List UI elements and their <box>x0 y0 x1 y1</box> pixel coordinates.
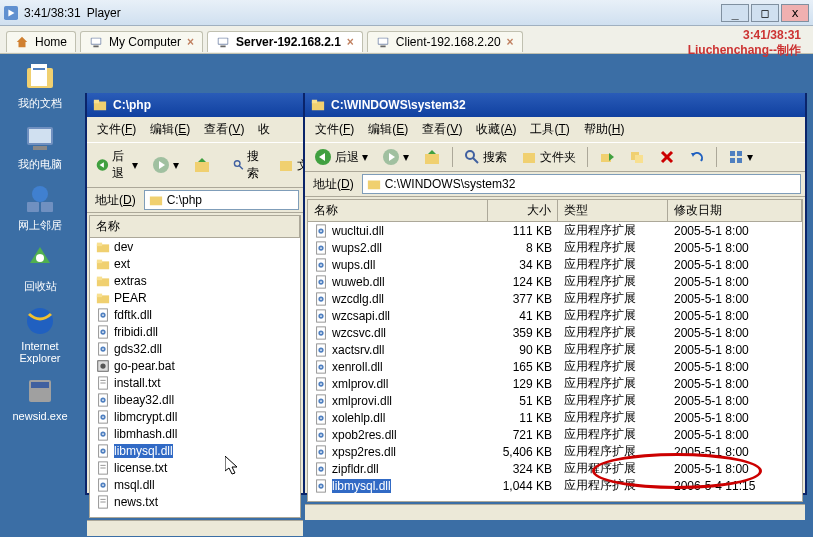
file-row[interactable]: extras <box>90 272 300 289</box>
ie-icon <box>23 304 57 338</box>
menu-file[interactable]: 文件(F) <box>91 119 142 140</box>
move-to-button[interactable] <box>594 146 620 168</box>
file-type: 应用程序扩展 <box>558 239 668 256</box>
back-button[interactable]: 后退 ▾ <box>91 145 143 185</box>
svg-rect-94 <box>635 155 643 163</box>
menu-fav[interactable]: 收藏(A) <box>470 119 522 140</box>
explorer-titlebar[interactable]: C:\WINDOWS\system32 <box>305 93 805 117</box>
file-row[interactable]: libmcrypt.dll <box>90 408 300 425</box>
column-size[interactable]: 大小 <box>488 200 558 222</box>
menu-view[interactable]: 查看(V) <box>416 119 468 140</box>
explorer-titlebar[interactable]: C:\php <box>87 93 303 117</box>
file-row[interactable]: wzcsvc.dll359 KB应用程序扩展2005-5-1 8:00 <box>308 324 802 341</box>
forward-button[interactable]: ▾ <box>377 145 414 169</box>
file-row[interactable]: xactsrv.dll90 KB应用程序扩展2005-5-1 8:00 <box>308 341 802 358</box>
file-row[interactable]: libmhash.dll <box>90 425 300 442</box>
tab-close-icon[interactable]: × <box>507 35 514 49</box>
tab-client[interactable]: Client-192.168.2.20 × <box>367 31 523 52</box>
scrollbar-horizontal[interactable] <box>87 520 303 536</box>
file-row[interactable]: libmysql.dll1,044 KB应用程序扩展2006-5-4 11:15 <box>308 477 802 494</box>
file-row[interactable]: xolehlp.dll11 KB应用程序扩展2005-5-1 8:00 <box>308 409 802 426</box>
menu-view[interactable]: 查看(V) <box>198 119 250 140</box>
file-row[interactable]: xmlprovi.dll51 KB应用程序扩展2005-5-1 8:00 <box>308 392 802 409</box>
menu-help[interactable]: 帮助(H) <box>578 119 631 140</box>
home-icon <box>15 35 29 49</box>
file-row[interactable]: xenroll.dll165 KB应用程序扩展2005-5-1 8:00 <box>308 358 802 375</box>
tab-home[interactable]: Home <box>6 31 76 52</box>
tab-server-label: Server-192.168.2.1 <box>236 35 341 49</box>
file-row[interactable]: news.txt <box>90 493 300 510</box>
desktop-newsid[interactable]: newsid.exe <box>0 374 80 422</box>
file-row[interactable]: libeay32.dll <box>90 391 300 408</box>
icon-label: Internet Explorer <box>0 340 80 364</box>
search-button[interactable]: 搜索 <box>459 146 512 169</box>
tab-close-icon[interactable]: × <box>187 35 194 49</box>
file-row[interactable]: wucltui.dll111 KB应用程序扩展2005-5-1 8:00 <box>308 222 802 239</box>
menu-edit[interactable]: 编辑(E) <box>144 119 196 140</box>
file-row[interactable]: libmysql.dll <box>90 442 300 459</box>
file-row[interactable]: wups2.dll8 KB应用程序扩展2005-5-1 8:00 <box>308 239 802 256</box>
file-row[interactable]: dev <box>90 238 300 255</box>
desktop-mycomputer[interactable]: 我的电脑 <box>0 121 80 172</box>
file-row[interactable]: msql.dll <box>90 476 300 493</box>
file-row[interactable]: install.txt <box>90 374 300 391</box>
desktop-mydocs[interactable]: 我的文档 <box>0 60 80 111</box>
column-name[interactable]: 名称 <box>90 216 300 238</box>
folders-button[interactable]: 文件夹 <box>516 146 581 169</box>
minimize-button[interactable]: _ <box>721 4 749 22</box>
back-button[interactable]: 后退 ▾ <box>309 145 373 169</box>
search-button[interactable]: 搜索 <box>228 145 269 185</box>
tab-close-icon[interactable]: × <box>347 35 354 49</box>
desktop-recycle[interactable]: 回收站 <box>0 243 80 294</box>
file-row[interactable]: wups.dll34 KB应用程序扩展2005-5-1 8:00 <box>308 256 802 273</box>
file-row[interactable]: wzcsapi.dll41 KB应用程序扩展2005-5-1 8:00 <box>308 307 802 324</box>
tab-server[interactable]: Server-192.168.2.1 × <box>207 31 363 52</box>
file-row[interactable]: fribidi.dll <box>90 323 300 340</box>
forward-button[interactable]: ▾ <box>147 153 184 177</box>
file-row[interactable]: ext <box>90 255 300 272</box>
watermark-time: 3:41/38:31 <box>688 28 801 42</box>
file-row[interactable]: xpob2res.dll721 KB应用程序扩展2005-5-1 8:00 <box>308 426 802 443</box>
file-row[interactable]: gds32.dll <box>90 340 300 357</box>
up-button[interactable] <box>188 153 216 177</box>
file-list[interactable]: 名称 大小 类型 修改日期 wucltui.dll111 KB应用程序扩展200… <box>307 199 803 502</box>
file-row[interactable]: wuweb.dll124 KB应用程序扩展2005-5-1 8:00 <box>308 273 802 290</box>
file-row[interactable]: fdftk.dll <box>90 306 300 323</box>
file-date: 2005-5-1 8:00 <box>668 258 802 272</box>
column-date[interactable]: 修改日期 <box>668 200 802 222</box>
address-input[interactable]: C:\WINDOWS\system32 <box>362 174 801 194</box>
maximize-button[interactable]: □ <box>751 4 779 22</box>
file-row[interactable]: zipfldr.dll324 KB应用程序扩展2005-5-1 8:00 <box>308 460 802 477</box>
desktop-network[interactable]: 网上邻居 <box>0 182 80 233</box>
file-row[interactable]: license.txt <box>90 459 300 476</box>
file-row[interactable]: wzcdlg.dll377 KB应用程序扩展2005-5-1 8:00 <box>308 290 802 307</box>
file-row[interactable]: xmlprov.dll129 KB应用程序扩展2005-5-1 8:00 <box>308 375 802 392</box>
tab-mycomputer[interactable]: My Computer × <box>80 31 203 52</box>
up-button[interactable] <box>418 145 446 169</box>
menu-file[interactable]: 文件(F) <box>309 119 360 140</box>
menu-fav[interactable]: 收 <box>252 119 276 140</box>
column-type[interactable]: 类型 <box>558 200 668 222</box>
views-button[interactable]: ▾ <box>723 146 758 168</box>
file-row[interactable]: PEAR <box>90 289 300 306</box>
column-name[interactable]: 名称 <box>308 200 488 222</box>
file-row[interactable]: xpsp2res.dll5,406 KB应用程序扩展2005-5-1 8:00 <box>308 443 802 460</box>
file-row[interactable]: go-pear.bat <box>90 357 300 374</box>
menu-edit[interactable]: 编辑(E) <box>362 119 414 140</box>
forward-icon <box>382 148 400 166</box>
forward-icon <box>152 156 170 174</box>
scrollbar-horizontal[interactable] <box>305 504 805 520</box>
desktop-ie[interactable]: Internet Explorer <box>0 304 80 364</box>
computer-icon <box>89 35 103 49</box>
copy-to-button[interactable] <box>624 146 650 168</box>
file-list[interactable]: 名称 devextextrasPEARfdftk.dllfribidi.dllg… <box>89 215 301 518</box>
tab-mycomputer-label: My Computer <box>109 35 181 49</box>
file-name: license.txt <box>114 461 167 475</box>
delete-button[interactable] <box>654 146 680 168</box>
file-date: 2005-5-1 8:00 <box>668 394 802 408</box>
undo-button[interactable] <box>684 146 710 168</box>
menu-tools[interactable]: 工具(T) <box>524 119 575 140</box>
address-input[interactable]: C:\php <box>144 190 299 210</box>
close-button[interactable]: x <box>781 4 809 22</box>
icon-label: 网上邻居 <box>18 218 62 233</box>
